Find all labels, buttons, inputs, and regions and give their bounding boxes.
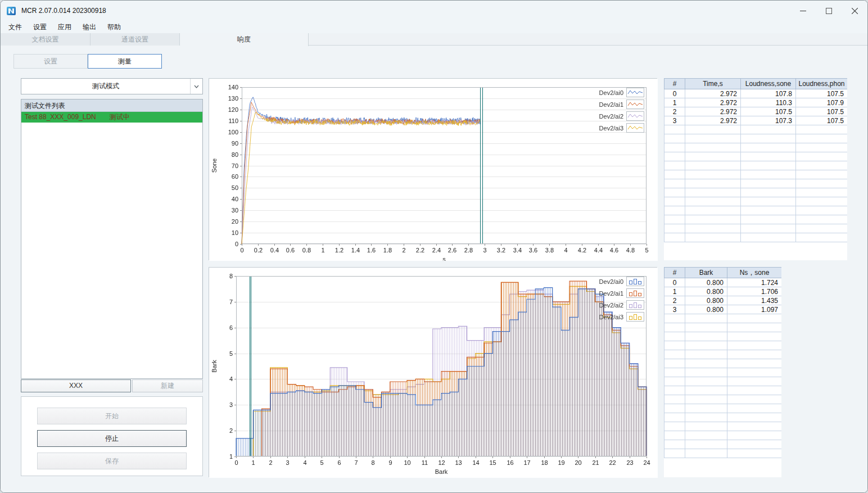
menu-apply[interactable]: 应用	[52, 21, 77, 33]
subtab-measure[interactable]: 测量	[88, 54, 162, 69]
close-button[interactable]	[842, 1, 867, 21]
menu-help[interactable]: 帮助	[102, 21, 126, 33]
table-cell	[664, 422, 685, 431]
col-ns-sone[interactable]: Ns，sone	[727, 268, 782, 278]
table-cell	[685, 377, 727, 386]
table-row-empty	[664, 449, 782, 458]
xxx-button[interactable]: XXX	[21, 379, 131, 392]
specific-loudness-chart-panel: Dev2/ai0Dev2/ai1Dev2/ai2Dev2/ai3	[209, 267, 657, 477]
maximize-button[interactable]	[816, 1, 842, 21]
minimize-button[interactable]	[790, 1, 816, 21]
table-cell	[664, 197, 685, 206]
table-cell	[685, 161, 741, 170]
col-time[interactable]: Time,s	[685, 79, 741, 89]
bar-series-icon	[626, 288, 644, 298]
table-cell	[796, 161, 848, 170]
menu-settings[interactable]: 设置	[28, 21, 52, 33]
specific-loudness-chart[interactable]	[209, 268, 658, 478]
table-row[interactable]: 32.972107.3107.5	[664, 116, 848, 125]
window-controls	[790, 1, 867, 21]
table-cell	[796, 188, 848, 197]
table-row-empty	[664, 368, 782, 377]
col-index[interactable]: #	[664, 79, 685, 89]
table-row[interactable]: 00.8001.724	[664, 278, 782, 287]
subtab-settings[interactable]: 设置	[13, 54, 88, 69]
legend-item: Dev2/ai2	[599, 299, 644, 311]
table-cell: 2	[664, 296, 685, 305]
legend-item: Dev2/ai0	[599, 87, 644, 98]
table-row[interactable]: 22.972107.5107.5	[664, 107, 848, 116]
file-list-header: 测试文件列表	[21, 99, 202, 112]
table-cell	[796, 224, 848, 233]
table-cell	[685, 170, 741, 179]
table-row-empty	[664, 170, 848, 179]
table-cell: 107.5	[796, 107, 848, 116]
table-cell	[741, 170, 796, 179]
table-cell: 0.800	[685, 278, 727, 287]
tab-document-settings[interactable]: 文档设置	[1, 33, 91, 46]
table-cell: 2.972	[685, 89, 741, 98]
table-cell	[664, 161, 685, 170]
table-cell: 2.972	[685, 98, 741, 107]
table-cell	[727, 404, 782, 413]
tab-loudness[interactable]: 响度	[180, 33, 309, 46]
table-row-empty	[664, 224, 848, 233]
table-row[interactable]: 02.972107.8107.5	[664, 89, 848, 98]
table-cell	[664, 332, 685, 341]
table-row[interactable]: 30.8001.097	[664, 305, 782, 314]
start-button[interactable]: 开始	[37, 408, 187, 424]
table-row[interactable]: 10.8001.706	[664, 287, 782, 296]
file-name: Test 88_XXX_009_LDN	[25, 112, 96, 123]
app-logo-icon	[7, 6, 16, 16]
col-loudness-phon[interactable]: Loudness,phon	[796, 79, 848, 89]
table-cell	[741, 125, 796, 134]
title-bar: MCR 2.07.0.014 202300918	[1, 1, 867, 21]
table-cell	[664, 179, 685, 188]
table-cell	[796, 143, 848, 152]
list-item-test-file[interactable]: Test 88_XXX_009_LDN 测试中	[21, 112, 202, 123]
table-cell	[664, 449, 685, 458]
table-cell	[685, 368, 727, 377]
table-row-empty	[664, 197, 848, 206]
legend-item: Dev2/ai3	[599, 122, 644, 134]
line-series-icon	[626, 111, 644, 121]
table-cell	[796, 215, 848, 224]
table-cell	[685, 422, 727, 431]
loudness-time-chart[interactable]	[209, 79, 658, 261]
test-mode-select[interactable]: 测试模式	[21, 78, 203, 94]
table-cell	[796, 152, 848, 161]
menu-file[interactable]: 文件	[3, 21, 28, 33]
bark-table: # Bark Ns，sone 00.8001.72410.8001.70620.…	[664, 267, 781, 458]
table-cell: 107.5	[796, 89, 848, 98]
table-cell: 1.724	[727, 278, 782, 287]
table-cell: 107.5	[796, 116, 848, 125]
table-cell	[685, 395, 727, 404]
new-button[interactable]: 新建	[132, 379, 203, 392]
table-row[interactable]: 20.8001.435	[664, 296, 782, 305]
table-cell	[664, 143, 685, 152]
table-row-empty	[664, 206, 848, 215]
main-content: 设置 测量 测试模式 测试文件列表 Test 88_XXX_009_LDN 测试…	[1, 46, 867, 492]
menu-output[interactable]: 输出	[77, 21, 102, 33]
tab-channel-settings[interactable]: 通道设置	[91, 33, 180, 46]
table-cell: 107.5	[741, 107, 796, 116]
chart-top-legend: Dev2/ai0Dev2/ai1Dev2/ai2Dev2/ai3	[599, 87, 644, 134]
col-bark[interactable]: Bark	[685, 268, 727, 278]
table-cell	[741, 152, 796, 161]
table-row[interactable]: 12.972110.3107.9	[664, 98, 848, 107]
table-cell	[685, 152, 741, 161]
save-button[interactable]: 保存	[37, 453, 187, 469]
table-cell: 1.435	[727, 296, 782, 305]
table-row-empty	[664, 215, 848, 224]
table-cell	[727, 431, 782, 440]
stop-button[interactable]: 停止	[37, 430, 187, 447]
table-cell	[741, 134, 796, 143]
table-cell	[727, 377, 782, 386]
table-cell	[685, 341, 727, 350]
table-row-empty	[664, 386, 782, 395]
col-index[interactable]: #	[664, 268, 685, 278]
table-cell: 2.972	[685, 107, 741, 116]
table-row-empty	[664, 134, 848, 143]
table-cell: 1	[664, 98, 685, 107]
col-loudness-sone[interactable]: Loudness,sone	[741, 79, 796, 89]
